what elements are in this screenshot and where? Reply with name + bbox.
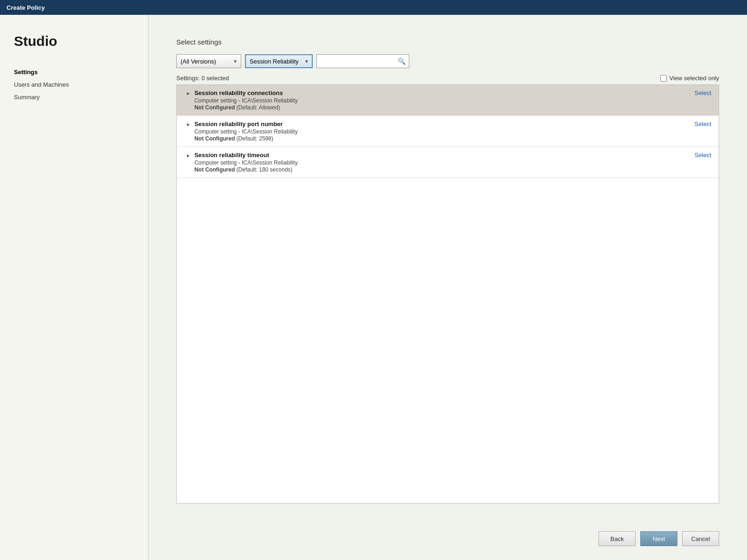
- setting-config-3: Not Configured (Default: 180 seconds): [194, 166, 685, 173]
- title-bar-label: Create Policy: [6, 4, 45, 11]
- sidebar-nav: Settings Users and Machines Summary: [14, 68, 134, 102]
- cancel-button[interactable]: Cancel: [682, 531, 719, 546]
- back-button[interactable]: Back: [599, 531, 636, 546]
- expand-arrow-2[interactable]: ►: [186, 122, 191, 127]
- table-row: ► Session reliability connections Comput…: [177, 85, 719, 116]
- view-selected-checkbox[interactable]: [660, 75, 667, 82]
- bottom-bar: Back Next Cancel: [148, 522, 747, 560]
- sidebar-item-summary[interactable]: Summary: [14, 93, 134, 102]
- settings-list: ► Session reliability connections Comput…: [176, 84, 719, 503]
- filters-row: (All Versions) 7.x 5.x ▼ Session Reliabi…: [176, 54, 719, 68]
- main-container: Studio Settings Users and Machines Summa…: [0, 15, 747, 560]
- version-dropdown-wrapper: (All Versions) 7.x 5.x ▼: [176, 54, 241, 68]
- setting-config-1: Not Configured (Default: Allowed): [194, 104, 685, 111]
- setting-name-2: Session reliability port number: [194, 121, 685, 127]
- select-link-2[interactable]: Select: [695, 121, 711, 127]
- next-button[interactable]: Next: [640, 531, 677, 546]
- table-row: ► Session reliability port number Comput…: [177, 116, 719, 147]
- view-selected-wrapper: View selected only: [660, 75, 719, 82]
- setting-sub-1: Computer setting - ICA\Session Reliabili…: [194, 97, 685, 104]
- setting-name-3: Session reliability timeout: [194, 152, 685, 159]
- sidebar-item-settings[interactable]: Settings: [14, 68, 134, 76]
- expand-arrow-3[interactable]: ►: [186, 153, 191, 158]
- content-area: Select settings (All Versions) 7.x 5.x ▼…: [148, 15, 747, 522]
- setting-config-2: Not Configured (Default: 2598): [194, 135, 685, 142]
- search-input[interactable]: [316, 54, 409, 68]
- category-dropdown[interactable]: Session Reliability All ICA: [245, 54, 313, 68]
- title-bar: Create Policy: [0, 0, 747, 15]
- setting-sub-3: Computer setting - ICA\Session Reliabili…: [194, 159, 685, 166]
- settings-status-row: Settings: 0 selected View selected only: [176, 75, 719, 82]
- version-dropdown[interactable]: (All Versions) 7.x 5.x: [176, 54, 241, 68]
- setting-sub-2: Computer setting - ICA\Session Reliabili…: [194, 128, 685, 135]
- section-title: Select settings: [176, 38, 719, 46]
- sidebar-item-users-machines[interactable]: Users and Machines: [14, 80, 134, 89]
- setting-name-1: Session reliability connections: [194, 89, 685, 96]
- table-row: ► Session reliability timeout Computer s…: [177, 147, 719, 178]
- sidebar-title: Studio: [14, 33, 134, 49]
- settings-count: Settings: 0 selected: [176, 75, 229, 82]
- expand-arrow-1[interactable]: ►: [186, 91, 191, 96]
- view-selected-label: View selected only: [670, 75, 719, 82]
- select-link-3[interactable]: Select: [695, 152, 711, 159]
- select-link-1[interactable]: Select: [695, 89, 711, 96]
- sidebar: Studio Settings Users and Machines Summa…: [0, 15, 148, 560]
- category-dropdown-wrapper: Session Reliability All ICA ▼: [245, 54, 313, 68]
- search-wrapper: 🔍: [316, 54, 409, 68]
